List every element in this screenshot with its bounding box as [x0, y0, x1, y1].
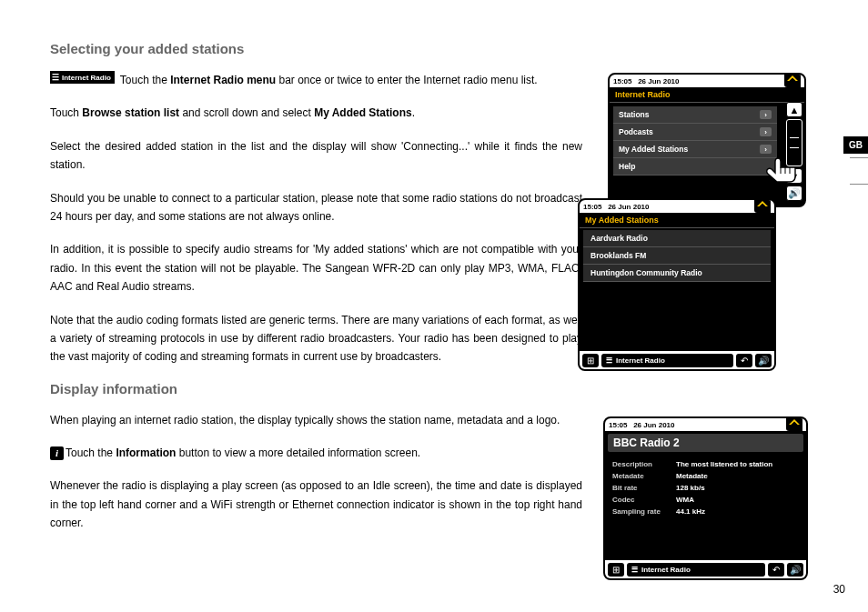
menu-label-button[interactable]: ☰Internet Radio: [627, 563, 765, 577]
menu-label: Help: [619, 162, 635, 171]
language-tab: GB: [843, 136, 868, 154]
info-value: 44.1 kHz: [676, 507, 705, 516]
info-row: MetadateMetadate: [612, 470, 799, 482]
wifi-indicator: [784, 75, 801, 87]
menu-label: My Added Stations: [619, 145, 688, 154]
wifi-icon: [757, 201, 768, 210]
menu-icon: ☰: [606, 356, 612, 365]
info-key: Metadate: [612, 472, 676, 480]
home-button[interactable]: ⊞: [608, 563, 624, 577]
heading-selecting: Selecting your added stations: [50, 41, 582, 56]
menu-item-podcasts[interactable]: Podcasts›: [613, 124, 777, 141]
info-key: Codec: [612, 496, 676, 504]
para-8: iTouch the Information button to view a …: [50, 444, 582, 462]
status-bar: 15:05 26 Jun 2010: [580, 200, 774, 213]
para-4: Should you be unable to connect to a par…: [50, 189, 582, 226]
para-9: Whenever the radio is displaying a play …: [50, 477, 582, 532]
text: bar once or twice to enter the Internet …: [276, 74, 537, 86]
heading-display-info: Display information: [50, 381, 582, 396]
volume-button[interactable]: 🔊: [755, 354, 772, 367]
scroll-track[interactable]: [786, 119, 802, 166]
volume-button[interactable]: 🔊: [786, 186, 802, 201]
time-label: 15:05: [609, 421, 627, 429]
info-value: Metadate: [676, 472, 708, 480]
info-row: Bit rate128 kb/s: [612, 482, 799, 494]
info-key: Bit rate: [612, 484, 676, 492]
chevron-right-icon: ›: [760, 145, 772, 154]
menu-item-my-added[interactable]: My Added Stations›: [613, 141, 777, 158]
wifi-indicator: [754, 200, 771, 213]
date-label: 26 Jun 2010: [608, 203, 649, 211]
info-row: CodecWMA: [612, 494, 799, 506]
info-value: WMA: [676, 496, 694, 504]
device-screen-menu: 15:05 26 Jun 2010 Internet Radio Station…: [608, 73, 806, 207]
station-item[interactable]: Brooklands FM: [583, 247, 771, 265]
chevron-right-icon: ›: [760, 110, 772, 119]
text: button to view a more detailed informati…: [176, 446, 420, 459]
para-1: Touch the Internet Radio menu bar once o…: [120, 71, 582, 89]
text-bold: Information: [116, 446, 176, 459]
scroll-down-button[interactable]: ▼: [786, 168, 802, 184]
bottom-bar: ⊞ ☰Internet Radio ↶ 🔊: [605, 560, 806, 578]
text-bold: My Added Stations: [314, 106, 412, 119]
info-table: DescriptionThe most listened to station …: [605, 455, 806, 521]
info-value: 128 kb/s: [676, 484, 705, 492]
date-label: 26 Jun 2010: [638, 77, 679, 85]
home-button[interactable]: ⊞: [582, 354, 599, 367]
para-7: When playing an internet radio station, …: [50, 411, 582, 429]
text: and scroll down and select: [179, 106, 314, 119]
time-label: 15:05: [583, 203, 601, 211]
screen-title: Internet Radio: [610, 87, 804, 103]
bottom-bar: ⊞ ☰Internet Radio ↶ 🔊: [580, 351, 774, 369]
wifi-icon: [789, 419, 800, 428]
time-label: 15:05: [613, 77, 631, 85]
menu-icon: ☰: [631, 566, 638, 574]
information-icon: i: [50, 446, 64, 460]
text: Touch the: [66, 446, 116, 459]
station-title: BBC Radio 2: [608, 434, 803, 452]
scroll-controls: ▲ ▼ 🔊: [786, 102, 802, 201]
volume-button[interactable]: 🔊: [787, 563, 803, 577]
menu-label-text: Internet Radio: [616, 356, 665, 365]
menu-label: Stations: [619, 110, 650, 119]
back-button[interactable]: ↶: [768, 563, 784, 577]
text: Touch: [50, 106, 82, 119]
para-3: Select the desired added station in the …: [50, 137, 582, 175]
device-screen-info: 15:05 26 Jun 2010 BBC Radio 2 Descriptio…: [603, 416, 808, 580]
info-key: Sampling rate: [612, 507, 676, 516]
text: .: [412, 106, 415, 119]
menu-item-stations[interactable]: Stations›: [613, 106, 777, 124]
scroll-up-button[interactable]: ▲: [786, 102, 802, 117]
internet-radio-menu-chip: Internet Radio: [50, 71, 115, 84]
info-value: The most listened to station: [676, 460, 772, 468]
menu-item-help[interactable]: Help: [613, 158, 777, 176]
para-5: In addition, it is possible to specify a…: [50, 240, 582, 296]
date-label: 26 Jun 2010: [633, 421, 674, 429]
page-number: 30: [833, 583, 845, 596]
wifi-icon: [787, 75, 798, 85]
station-item[interactable]: Aardvark Radio: [583, 230, 771, 247]
para-2: Touch Browse station list and scroll dow…: [50, 104, 582, 122]
status-bar: 15:05 26 Jun 2010: [605, 418, 806, 431]
chevron-right-icon: ›: [760, 127, 772, 136]
tab-decoration: [850, 157, 868, 185]
text-bold: Browse station list: [82, 106, 179, 119]
back-button[interactable]: ↶: [736, 354, 752, 367]
screen-title: My Added Stations: [580, 213, 774, 228]
station-item[interactable]: Huntingdon Community Radio: [583, 265, 771, 282]
info-row: DescriptionThe most listened to station: [612, 458, 799, 470]
info-row: Sampling rate44.1 kHz: [612, 506, 799, 517]
main-content: Selecting your added stations Internet R…: [50, 41, 582, 547]
info-key: Description: [612, 460, 676, 468]
menu-label-button[interactable]: ☰Internet Radio: [601, 354, 733, 367]
text: Touch the: [120, 74, 170, 86]
status-bar: 15:05 26 Jun 2010: [610, 75, 804, 87]
menu-label: Podcasts: [619, 127, 653, 136]
menu-label-text: Internet Radio: [641, 566, 691, 574]
text-bold: Internet Radio menu: [170, 74, 276, 86]
device-screen-list: 15:05 26 Jun 2010 My Added Stations Aard…: [578, 198, 776, 371]
para-6: Note that the audio coding formats liste…: [50, 311, 582, 366]
para-1-container: Internet Radio Touch the Internet Radio …: [50, 71, 582, 89]
wifi-indicator: [786, 418, 802, 431]
